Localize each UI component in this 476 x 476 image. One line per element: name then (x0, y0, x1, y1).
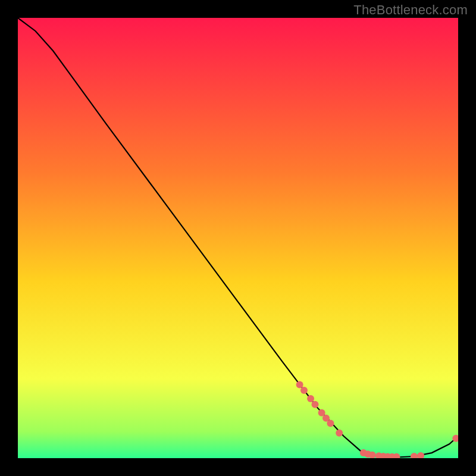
curve-marker (307, 395, 314, 402)
chart-svg (18, 18, 458, 458)
curve-marker (336, 430, 343, 437)
curve-marker (300, 387, 308, 394)
chart-frame: TheBottleneck.com (0, 0, 476, 476)
curve-marker (312, 401, 319, 408)
curve-marker (327, 420, 334, 427)
bottleneck-chart (18, 18, 458, 458)
curve-marker (296, 381, 303, 388)
watermark-text: TheBottleneck.com (353, 2, 468, 18)
gradient-bg (18, 18, 458, 458)
